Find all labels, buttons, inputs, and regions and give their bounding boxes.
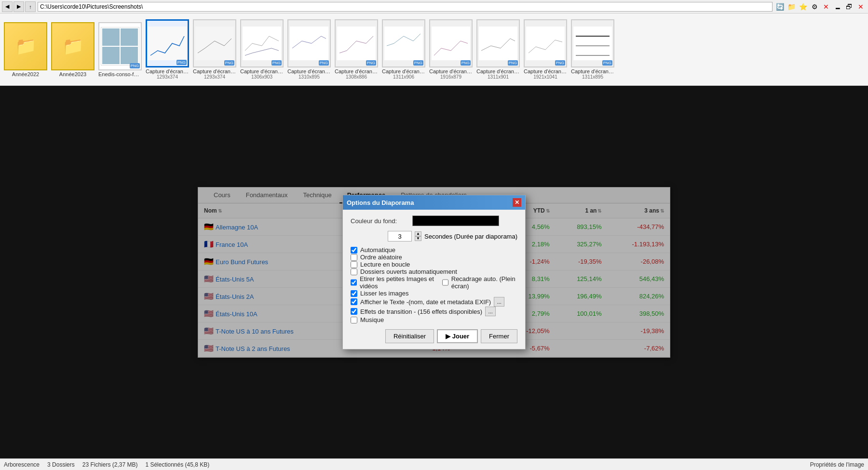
checkbox-aleatoire[interactable] — [351, 254, 357, 261]
thumbnail-label: Capture d'écran 202... — [476, 68, 520, 74]
delete-icon[interactable]: ✕ — [821, 1, 831, 12]
thumbnail-img: 📁 — [51, 22, 95, 70]
maximize-icon[interactable]: 🗗 — [844, 1, 854, 12]
svg-rect-8 — [526, 27, 565, 60]
svg-rect-5 — [384, 27, 423, 60]
thumbnail-sub: 1311x901 — [488, 74, 509, 80]
close-icon[interactable]: ✕ — [855, 1, 866, 12]
spinner-down[interactable]: ▼ — [415, 236, 421, 241]
thumbnail-capture-7[interactable]: PNG Capture d'écran 202... 1310x895 — [287, 19, 331, 80]
thumbnail-label: Capture d'écran 202... — [240, 68, 284, 74]
thumbnail-capture-8[interactable]: PNG Capture d'écran 202... 1308x886 — [335, 19, 378, 80]
checkbox-label: Automatique — [360, 246, 395, 254]
back-button[interactable]: ◀ — [2, 1, 13, 12]
dialog-titlebar: Options du Diaporama ✕ — [343, 195, 525, 210]
checkboxes-container: AutomatiqueOrdre aléatoireLecture en bou… — [351, 246, 517, 323]
checkbox-texte[interactable] — [351, 298, 357, 305]
reinitialiser-button[interactable]: Réinitialiser — [385, 329, 434, 343]
star-icon[interactable]: ⭐ — [798, 1, 808, 12]
status-properties: Propriétés de l'image — [810, 461, 864, 468]
checkbox-recadrage[interactable] — [442, 279, 448, 286]
checkbox-boucle[interactable] — [351, 261, 357, 268]
checkbox-label: Musique — [360, 316, 384, 323]
refresh-icon[interactable]: 🔄 — [774, 1, 785, 12]
thumbnail-label: Enedis-conso-fevrier... — [98, 71, 142, 77]
checkbox-effets[interactable] — [351, 308, 357, 315]
dialog-overlay: Options du Diaporama ✕ Couleur du fond: … — [0, 86, 868, 458]
thumbnail-capture-11[interactable]: PNG Capture d'écran 202... 1311x901 — [476, 19, 520, 80]
checkbox-automatique[interactable] — [351, 247, 357, 254]
thumbnail-annee2023[interactable]: 📁 Année2023 — [51, 22, 95, 77]
thumbnail-label: Capture d'écran 202... — [571, 68, 614, 74]
top-bar: ◀ ▶ ↑ C:\Users\corde10\Pictures\Screensh… — [0, 0, 868, 13]
minimize-icon[interactable]: 🗕 — [832, 1, 843, 12]
fermer-button[interactable]: Fermer — [481, 329, 517, 343]
thumbnail-capture-selected[interactable]: PNG Capture d'écran 202... 1293x374 — [146, 19, 189, 80]
folder-icon[interactable]: 📁 — [786, 1, 797, 12]
thumbnail-img: PNG — [476, 19, 520, 67]
thumbnail-label: Capture d'écran 202... — [524, 68, 567, 74]
thumbnail-img: 📁 — [4, 22, 47, 70]
checkbox-row: Automatique — [351, 246, 517, 254]
thumbnail-annee2022[interactable]: 📁 Année2022 — [4, 22, 47, 77]
thumbnail-label: Capture d'écran 202... — [429, 68, 473, 74]
nav-buttons: ◀ ▶ ↑ — [2, 1, 36, 12]
dialog-body: Couleur du fond: ▲ ▼ Secondes (Durée par… — [343, 210, 525, 329]
checkbox-musique[interactable] — [351, 317, 357, 323]
seconds-input[interactable] — [388, 231, 412, 242]
checkbox-row: Etirer les petites Images et vidéos — [351, 275, 434, 290]
forward-button[interactable]: ▶ — [14, 1, 24, 12]
dots-button-effets[interactable]: ... — [485, 307, 496, 316]
thumbnail-bar: 📁 Année2022 📁 Année2023 PNG Enedis-conso… — [0, 13, 868, 86]
svg-rect-4 — [337, 27, 376, 60]
color-row: Couleur du fond: — [351, 215, 517, 226]
checkbox-row: Ordre aléatoire — [351, 254, 517, 261]
dots-button-texte[interactable]: ... — [494, 297, 504, 307]
thumbnail-img: PNG — [382, 19, 425, 67]
jouer-button[interactable]: ▶ Jouer — [437, 329, 478, 343]
thumbnail-img: PNG — [98, 22, 142, 70]
thumbnail-img: PNG — [193, 19, 236, 67]
main-area: Cours Fondamentaux Technique Performance… — [0, 86, 868, 458]
thumbnail-img: PNG — [524, 19, 567, 67]
thumbnail-img: PNG — [571, 19, 614, 67]
seconds-label: Secondes (Durée par diaporama) — [424, 233, 517, 240]
thumbnail-enedis[interactable]: PNG Enedis-conso-fevrier... — [98, 22, 142, 77]
thumbnail-label: Année2022 — [12, 71, 39, 77]
action-buttons: Réinitialiser ▶ Jouer Fermer — [351, 329, 517, 343]
thumbnail-capture-10[interactable]: PNG Capture d'écran 202... 1916x879 — [429, 19, 473, 80]
checkbox-label: Ordre aléatoire — [360, 254, 402, 261]
seconds-spinner: ▲ ▼ — [415, 231, 421, 241]
thumbnail-img: PNG — [240, 19, 284, 67]
thumbnail-sub: 1311x895 — [582, 74, 603, 80]
status-bar: Arborescence 3 Dossiers 23 Fichiers (2,3… — [0, 458, 868, 470]
thumbnail-capture-12[interactable]: PNG Capture d'écran 202... 1921x1041 — [524, 19, 567, 80]
status-files: 23 Fichiers (2,37 MB) — [82, 461, 138, 468]
checkbox-lisser[interactable] — [351, 290, 357, 297]
thumbnail-label: Capture d'écran 202... — [382, 68, 425, 74]
dialog-actions: Réinitialiser ▶ Jouer Fermer — [343, 329, 525, 349]
thumbnail-capture-6[interactable]: PNG Capture d'écran 202... 1306x903 — [240, 19, 284, 80]
thumbnail-capture-13[interactable]: PNG Capture d'écran 202... 1311x895 — [571, 19, 614, 80]
thumbnail-img: PNG — [287, 19, 331, 67]
address-bar[interactable]: C:\Users\corde10\Pictures\Screenshots\ — [38, 2, 773, 12]
color-swatch[interactable] — [412, 215, 499, 226]
thumbnail-label: Année2023 — [59, 71, 86, 77]
svg-rect-1 — [195, 27, 234, 60]
checkbox-row: Lecture en boucle — [351, 261, 517, 268]
up-button[interactable]: ↑ — [25, 1, 36, 12]
thumbnail-sub: 1293x374 — [204, 74, 225, 80]
checkbox-dossiers[interactable] — [351, 269, 357, 275]
checkbox-label: Lecture en boucle — [360, 261, 410, 268]
dialog-close-button[interactable]: ✕ — [513, 198, 521, 207]
thumbnail-img: PNG — [429, 19, 473, 67]
spinner-up[interactable]: ▲ — [415, 231, 421, 236]
dialog-title: Options du Diaporama — [347, 199, 414, 206]
status-folders: 3 Dossiers — [47, 461, 75, 468]
thumbnail-capture-5[interactable]: PNG Capture d'écran 202... 1293x374 — [193, 19, 236, 80]
thumbnail-label: Capture d'écran 202... — [146, 68, 189, 74]
thumbnail-sub: 1293x374 — [157, 74, 178, 80]
settings-icon[interactable]: ⚙ — [809, 1, 820, 12]
checkbox-etirer[interactable] — [351, 279, 357, 286]
thumbnail-capture-9[interactable]: PNG Capture d'écran 202... 1311x906 — [382, 19, 425, 80]
